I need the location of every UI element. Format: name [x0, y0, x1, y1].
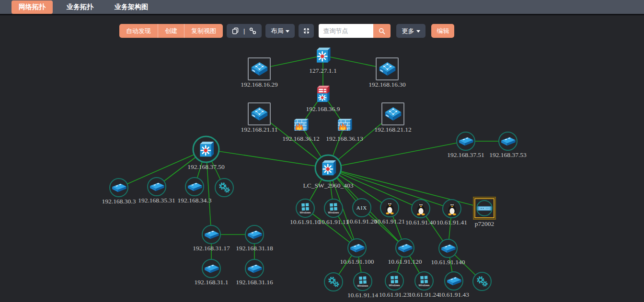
- primary-button-复制视图[interactable]: 复制视图: [184, 24, 223, 38]
- fullscreen-button[interactable]: [299, 24, 314, 38]
- node-192.168.16.30[interactable]: 192.168.16.30: [376, 57, 399, 80]
- topology-canvas[interactable]: 192.168.16.29 127.27.1.1 192.168.16.30: [0, 0, 644, 302]
- node-192.168.34.3[interactable]: 192.168.34.3: [185, 177, 204, 196]
- switchflat-icon: [500, 135, 517, 147]
- primary-button-创建[interactable]: 创建: [158, 24, 184, 38]
- switchflat-icon: [149, 180, 165, 193]
- node-label: 10.61.91.10: [290, 218, 321, 226]
- more-button[interactable]: 更多: [396, 24, 426, 38]
- node-192.168.31.16[interactable]: 192.168.31.16: [245, 259, 264, 278]
- chevron-down-icon: [416, 30, 420, 33]
- gears-icon: [327, 275, 340, 289]
- svg-text:Windows: Windows: [389, 284, 400, 287]
- node-label: 10.61.91.43: [438, 291, 469, 299]
- switchflat-icon: [203, 228, 220, 241]
- node-192.168.31.18[interactable]: 192.168.31.18: [245, 225, 264, 244]
- node-label: 10.61.91.100: [340, 258, 374, 266]
- toolbar: 自动发现创建复制视图 | 布局 更多 编辑: [119, 24, 454, 38]
- node-192.168.37.53[interactable]: 192.168.37.53: [498, 132, 518, 151]
- layout-button[interactable]: 布局: [265, 24, 295, 38]
- node-192.168.36.13[interactable]: 192.168.36.13: [336, 118, 354, 134]
- switchflat-icon: [446, 275, 462, 287]
- node-192.168.21.11[interactable]: 192.168.21.11: [248, 102, 271, 125]
- nodes-layer: 192.168.16.29 127.27.1.1 192.168.16.30: [0, 0, 644, 302]
- gears-icon: [475, 275, 489, 288]
- node-label: LC_SW_2960_403: [303, 182, 353, 190]
- layout-button-label: 布局: [271, 27, 283, 35]
- node-192.168.37.50[interactable]: 192.168.37.50: [193, 136, 220, 163]
- chevron-down-icon: [286, 30, 289, 33]
- node-10.61.91.100[interactable]: 10.61.91.100: [347, 238, 367, 257]
- link-icon[interactable]: [249, 27, 257, 35]
- node-label: 192.168.16.29: [241, 81, 278, 89]
- switchflat-icon: [246, 262, 263, 275]
- primary-actions-group: 自动发现创建复制视图: [119, 24, 223, 38]
- search-button[interactable]: [373, 24, 391, 38]
- mlswitch-icon: [319, 158, 338, 178]
- node-10.61.91.14[interactable]: Windows 10.61.91.14: [353, 272, 372, 291]
- more-button-label: 更多: [402, 27, 414, 35]
- node-10.61.91.21[interactable]: 10.61.91.21: [380, 198, 399, 217]
- node-192.168.21.12[interactable]: 192.168.21.12: [381, 102, 404, 125]
- node-192.168.31.1[interactable]: 192.168.31.1: [202, 259, 221, 278]
- mlswitch-icon: [314, 45, 332, 66]
- svg-text:Windows: Windows: [300, 211, 311, 214]
- node-LC_SW_2960_403[interactable]: LC_SW_2960_403: [315, 155, 342, 182]
- node-10.61.91.11[interactable]: Windows 10.61.91.11: [324, 199, 343, 218]
- switch3d-icon: [377, 60, 398, 78]
- node-10.61.91.23[interactable]: Windows 10.61.91.23: [385, 271, 404, 291]
- node-gearBR[interactable]: [472, 272, 492, 291]
- node-192.168.16.29[interactable]: 192.168.16.29: [248, 57, 271, 80]
- node-10.61.91.40[interactable]: 10.61.91.40: [411, 199, 430, 218]
- tab-业务拓扑[interactable]: 业务拓扑: [59, 0, 101, 14]
- node-10.61.91.10[interactable]: Windows 10.61.91.10: [296, 199, 315, 218]
- top-nav: 网络拓扑业务拓扑业务架构图: [0, 0, 644, 15]
- node-192.168.30.3[interactable]: 192.168.30.3: [109, 178, 128, 197]
- node-192.168.36.9[interactable]: 192.168.36.9: [315, 84, 331, 104]
- node-label: 192.168.31.17: [193, 245, 230, 252]
- node-10.61.91.24[interactable]: Windows 10.61.91.24: [414, 271, 434, 291]
- node-127.27.1.1[interactable]: 127.27.1.1: [314, 45, 332, 66]
- node-10.61.91.43[interactable]: 10.61.91.43: [444, 271, 463, 291]
- search-input[interactable]: [319, 24, 373, 38]
- node-label: 10.61.91.23: [379, 291, 410, 299]
- mlswitch-icon: [196, 140, 216, 159]
- switch3d-icon: [383, 105, 403, 123]
- top-nav-tabs: 网络拓扑业务拓扑业务架构图: [12, 0, 155, 14]
- tab-网络拓扑[interactable]: 网络拓扑: [12, 0, 53, 14]
- switchflat-icon: [349, 242, 366, 254]
- node-label: 192.168.34.3: [178, 197, 212, 204]
- node-192.168.31.17[interactable]: 192.168.31.17: [202, 225, 221, 244]
- node-label: 192.168.31.16: [236, 279, 273, 286]
- tab-业务架构图[interactable]: 业务架构图: [107, 0, 155, 14]
- switchflat-icon: [186, 180, 203, 193]
- svg-text:Windows: Windows: [357, 284, 368, 287]
- edit-button[interactable]: 编辑: [431, 24, 454, 38]
- node-192.168.36.12[interactable]: 192.168.36.12: [292, 118, 310, 134]
- copy-icon[interactable]: [231, 27, 240, 35]
- node-10.61.91.120[interactable]: 10.61.91.120: [395, 238, 414, 257]
- node-p72002[interactable]: p72002: [473, 197, 496, 220]
- node-10.61.91.140[interactable]: 10.61.91.140: [438, 239, 458, 258]
- linux-icon: [384, 201, 396, 215]
- node-label: 10.61.91.41: [437, 219, 467, 226]
- node-label: 192.168.37.50: [187, 163, 225, 171]
- node-label: 10.61.91.14: [347, 291, 378, 299]
- storage-icon: [476, 204, 493, 213]
- node-label: 192.168.21.11: [241, 126, 277, 134]
- node-label: 192.168.21.12: [374, 126, 412, 134]
- node-label: 10.61.91.120: [388, 258, 422, 266]
- node-10.61.91.20[interactable]: AIX 10.61.91.20: [352, 198, 371, 217]
- node-10.61.91.41[interactable]: 10.61.91.41: [442, 199, 461, 218]
- node-gearBL[interactable]: [324, 272, 343, 291]
- node-192.168.37.51[interactable]: 192.168.37.51: [456, 132, 475, 151]
- node-label: 10.61.91.24: [409, 291, 439, 299]
- primary-button-自动发现[interactable]: 自动发现: [119, 24, 158, 38]
- node-gearL[interactable]: [215, 178, 234, 197]
- node-label: 192.168.31.18: [236, 245, 273, 252]
- firewall-icon: [292, 118, 310, 134]
- node-label: 192.168.30.3: [102, 198, 136, 205]
- edit-button-label: 编辑: [437, 27, 449, 35]
- node-label: 10.61.91.11: [318, 218, 349, 226]
- node-192.168.35.31[interactable]: 192.168.35.31: [147, 177, 166, 196]
